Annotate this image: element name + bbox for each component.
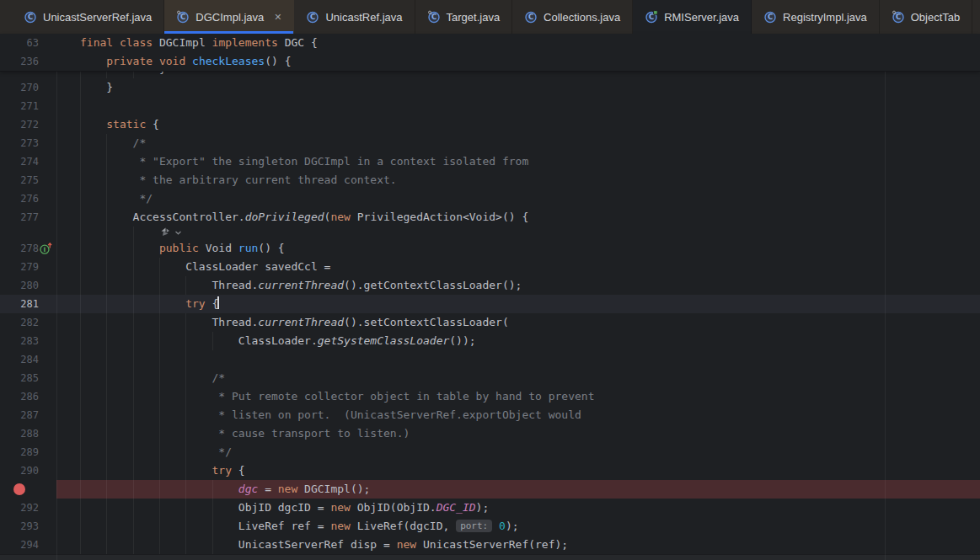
code-line-282[interactable]: 282Thread.currentThread().setContextClas… — [0, 313, 980, 332]
sticky-line-236[interactable]: 236private void checkLeases() { — [0, 52, 980, 71]
code-line-285[interactable]: 285/* — [0, 369, 980, 387]
indent-guide — [106, 134, 107, 152]
code-line-270[interactable]: 270} — [0, 78, 980, 97]
line-number[interactable]: 280 — [0, 276, 39, 295]
indent-guide — [80, 387, 81, 406]
code-line-287[interactable]: 287* listen on port. (UnicastServerRef.e… — [0, 406, 980, 424]
code-line-clipped[interactable]: } — [0, 72, 980, 78]
tab-registryimpl-java[interactable]: C RegistryImpl.java — [752, 0, 880, 34]
tab-rmiserver-java[interactable]: C RMIServer.java — [633, 0, 752, 34]
indent-guide — [133, 443, 134, 461]
code-line[interactable] — [0, 227, 980, 239]
indent-guide — [133, 239, 134, 258]
close-tab-icon[interactable]: ✕ — [274, 13, 281, 22]
code-line-284[interactable]: 284 — [0, 350, 980, 369]
line-number[interactable]: 276 — [0, 189, 39, 208]
line-number[interactable]: 279 — [0, 258, 39, 276]
indent-guide — [80, 313, 81, 332]
indent-guide — [185, 313, 186, 332]
indent-guide — [106, 332, 107, 350]
code-line-288[interactable]: 288* cause transport to listen.) — [0, 424, 980, 443]
indent-guide — [133, 313, 134, 332]
code-line-292[interactable]: 292ObjID dgcID = new ObjID(ObjID.DGC_ID)… — [0, 499, 980, 517]
code-line-286[interactable]: 286* Put remote collector object in tabl… — [0, 387, 980, 406]
code-line-273[interactable]: 273/* — [0, 134, 980, 152]
code-line-281[interactable]: 281try { — [0, 295, 980, 313]
line-number[interactable]: 290 — [0, 461, 39, 480]
code-text: static { — [0, 115, 980, 134]
line-number[interactable]: 277 — [0, 208, 39, 227]
line-number[interactable]: 293 — [0, 517, 39, 536]
line-number[interactable]: 281 — [0, 295, 39, 313]
indent-guide — [185, 387, 186, 406]
indent-guide — [106, 258, 107, 276]
indent-guide — [133, 369, 134, 387]
code-line-271[interactable]: 271 — [0, 97, 980, 115]
line-number[interactable]: 286 — [0, 387, 39, 406]
line-number[interactable]: 284 — [0, 350, 39, 369]
indent-guide — [133, 332, 134, 350]
line-number[interactable]: 287 — [0, 406, 39, 424]
code-line-274[interactable]: 274* "Export" the singleton DGCImpl in a… — [0, 152, 980, 171]
intention-actions-icon[interactable] — [159, 227, 172, 237]
code-text: */ — [0, 189, 980, 208]
line-number[interactable]: 285 — [0, 369, 39, 387]
code-line-279[interactable]: 279ClassLoader savedCcl = — [0, 258, 980, 276]
implements-method-gutter-icon[interactable]: I — [40, 242, 53, 255]
code-line-289[interactable]: 289*/ — [0, 443, 980, 461]
line-number[interactable]: 270 — [0, 78, 39, 97]
indent-guide — [185, 461, 186, 480]
svg-text:C: C — [28, 13, 33, 21]
code-line-294[interactable]: 294UnicastServerRef disp = new UnicastSe… — [0, 536, 980, 554]
indent-guide — [106, 369, 107, 387]
intention-widget[interactable] — [159, 227, 182, 237]
indent-guide — [106, 295, 107, 313]
code-line-277[interactable]: 277AccessController.doPrivileged(new Pri… — [0, 208, 980, 227]
indent-guide — [133, 258, 134, 276]
line-number[interactable]: 288 — [0, 424, 39, 443]
line-number[interactable]: 272 — [0, 115, 39, 134]
tab-unicastref-java[interactable]: C UnicastRef.java — [294, 0, 415, 34]
java-class-icon: C — [645, 10, 658, 24]
code-line-276[interactable]: 276*/ — [0, 189, 980, 208]
line-number[interactable]: 275 — [0, 171, 39, 189]
tab-dgcimpl-java[interactable]: C DGCImpl.java✕ — [164, 0, 294, 34]
svg-text:C: C — [310, 13, 315, 21]
line-number[interactable]: 283 — [0, 332, 39, 350]
line-number[interactable]: 292 — [0, 499, 39, 517]
line-number[interactable]: 294 — [0, 536, 39, 554]
parameter-name-hint: port: — [456, 520, 492, 532]
indent-guide — [80, 369, 81, 387]
code-line-290[interactable]: 290try { — [0, 461, 980, 480]
code-line-283[interactable]: 283ClassLoader.getSystemClassLoader()); — [0, 332, 980, 350]
code-text: LiveRef ref = new LiveRef(dgcID, port: 0… — [0, 517, 980, 536]
code-line-280[interactable]: 280Thread.currentThread().getContextClas… — [0, 276, 980, 295]
line-number[interactable]: 271 — [0, 97, 39, 115]
tab-collections-java[interactable]: C Collections.java — [512, 0, 633, 34]
tab-target-java[interactable]: C Target.java — [415, 0, 513, 34]
breakpoint-icon[interactable] — [13, 483, 25, 495]
line-number[interactable]: 289 — [0, 443, 39, 461]
partial-clipped-line: } — [0, 72, 980, 78]
tab-unicastserverref-java[interactable]: C UnicastServerRef.java — [12, 0, 164, 34]
code-line-293[interactable]: 293LiveRef ref = new LiveRef(dgcID, port… — [0, 517, 980, 536]
indent-guide — [106, 171, 107, 189]
java-class-icon: C — [24, 10, 37, 24]
line-number[interactable]: 278 — [0, 239, 39, 258]
line-number[interactable]: 273 — [0, 134, 39, 152]
sticky-line-63[interactable]: 63final class DGCImpl implements DGC { — [0, 34, 980, 52]
indent-guide — [106, 276, 107, 295]
line-number[interactable]: 274 — [0, 152, 39, 171]
tab-objecttab[interactable]: C ObjectTab — [880, 0, 973, 34]
line-number[interactable]: 282 — [0, 313, 39, 332]
line-number[interactable]: 236 — [0, 52, 39, 71]
code-editor: 63final class DGCImpl implements DGC {23… — [0, 34, 980, 560]
chevron-down-icon[interactable] — [174, 229, 182, 236]
line-number[interactable]: 63 — [0, 34, 39, 52]
code-line-272[interactable]: 272static { — [0, 115, 980, 134]
code-line-278[interactable]: 278 I public Void run() { — [0, 239, 980, 258]
indent-guide — [185, 480, 186, 499]
tab-label: UnicastRef.java — [325, 11, 402, 24]
code-line-291[interactable]: dgc = new DGCImpl(); — [0, 480, 980, 499]
code-line-275[interactable]: 275* the arbitrary current thread contex… — [0, 171, 980, 189]
